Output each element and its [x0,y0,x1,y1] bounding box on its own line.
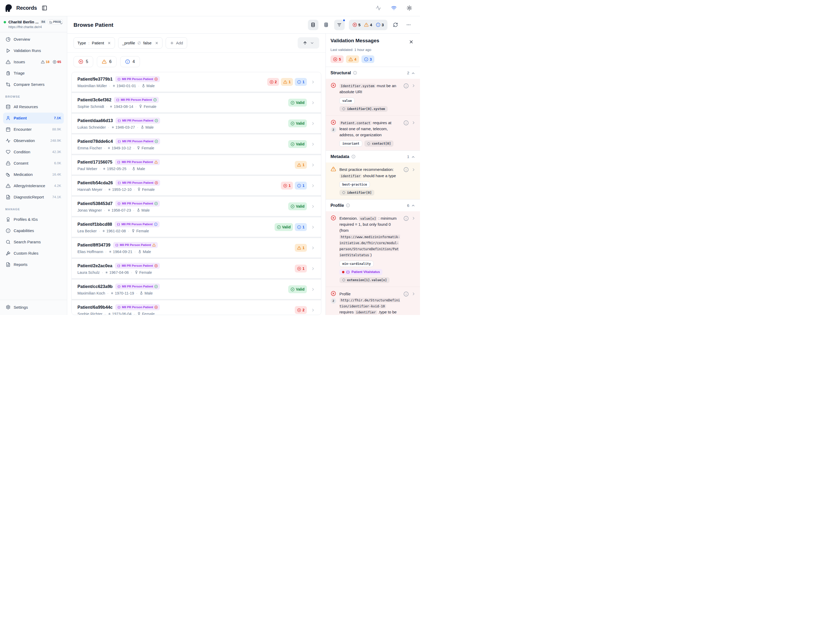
female-gender-icon [131,229,135,233]
sidebar-item-encounter[interactable]: Encounter88.9K [3,124,64,135]
validation-message[interactable]: Extension. value[x] : minimum required =… [326,211,420,287]
check-circle-icon [291,204,295,208]
patient-row[interactable]: Patient/f1bbcd88 {}MII PR Person Patient… [72,217,321,237]
info-circle-icon [353,71,357,75]
sidebar-item-validation-runs[interactable]: Validation Runs [3,45,64,56]
sidebar-item-allergyintolerance[interactable]: AllergyIntolerance4.2K [3,180,64,191]
remove-filter-icon[interactable] [107,41,111,45]
valid-badge: Valid [288,202,307,210]
error-count-badge: 1 [281,182,293,189]
filter-button[interactable] [334,20,345,30]
chevron-right-icon[interactable] [311,266,315,271]
chevron-up-icon[interactable] [411,203,415,208]
warning-triangle-icon [297,163,301,167]
validation-message[interactable]: 2 Profile http://fhir.de/StructureDefini… [326,287,420,315]
sidebar-item-patient[interactable]: Patient7.1K [3,113,64,124]
patient-row[interactable]: Patient/17156075 {}MII PR Person Patient… [72,155,321,175]
sidebar-toggle-button[interactable] [40,4,49,12]
chevron-up-icon[interactable] [411,70,415,75]
chevron-right-icon[interactable] [311,245,315,250]
patient-row[interactable]: Patient/538453d7 {}MII PR Person Patient… [72,197,321,216]
message-info-icon[interactable] [403,291,409,297]
patient-row[interactable]: Patient/9e3779b1 {}MII PR Person Patient… [72,72,321,92]
section-title: Profile [330,203,344,208]
filter-chip-profile[interactable]: _profile∅false [118,37,163,49]
message-info-icon[interactable] [403,167,409,172]
list-view-button[interactable] [308,20,318,30]
workspace-selector[interactable]: Charité Berlin ... R4 PROD https://fhir.… [0,16,67,32]
more-button[interactable] [403,20,414,30]
section-header[interactable]: Metadata 1 [326,150,420,163]
sidebar-item-all-resources[interactable]: All Resources [3,101,64,112]
sort-button[interactable] [298,37,319,49]
sidebar-item-settings[interactable]: Settings [3,302,64,313]
chevron-up-icon[interactable] [411,154,415,159]
message-info-icon[interactable] [403,216,409,221]
chevron-right-icon[interactable] [311,308,315,313]
sidebar-item-label: DiagnosticReport [14,195,49,199]
patient-row[interactable]: Patient/3c6ef362 {}MII PR Person Patient… [72,93,321,112]
result-stat-warning[interactable]: 6 [97,56,117,67]
refresh-button[interactable] [390,20,401,30]
chevron-right-icon[interactable] [411,291,416,296]
chevron-right-icon[interactable] [311,183,315,188]
sidebar-item-condition[interactable]: Condition42.3K [3,147,64,158]
section-header[interactable]: Profile 6 [326,199,420,211]
message-info-icon[interactable] [403,120,409,125]
topbar-actions [374,4,414,12]
patient-row[interactable]: Patient/2e2ac0ea {}MII PR Person Patient… [72,259,321,278]
plus-icon [170,41,174,45]
sidebar-item-triage[interactable]: Triage [3,68,64,79]
filter-chip-type[interactable]: Type:Patient [74,37,115,49]
message-info-icon[interactable] [403,83,409,88]
chevron-right-icon[interactable] [311,163,315,167]
chevron-up-icon [411,204,415,208]
chevron-right-icon[interactable] [411,167,416,172]
sidebar-item-reports[interactable]: Reports [3,259,64,270]
patient-dob: 1964-09-21 [113,249,132,254]
sidebar-item-diagnosticreport[interactable]: DiagnosticReport74.1K [3,192,64,203]
patient-id: Patient/17156075 [77,159,112,164]
sidebar-item-search-params[interactable]: Search Params [3,237,64,248]
validation-summary-group[interactable]: 543 [349,20,387,30]
patient-row[interactable]: Patient/cc623a9b {}MII PR Person Patient… [72,279,321,299]
sun-icon[interactable] [405,4,414,12]
section-header[interactable]: Structural 2 [326,67,420,79]
chevron-right-icon[interactable] [311,225,315,229]
sidebar-item-capabilities[interactable]: Capabilities [3,225,64,236]
chevron-right-icon[interactable] [411,216,416,221]
profile-badge: {}MII PR Person Patient [115,263,160,269]
validation-message[interactable]: Best practice recommendation: identifier… [326,163,420,199]
result-stat-error[interactable]: 5 [74,56,93,67]
patient-row[interactable]: Patient/b54cda26 {}MII PR Person Patient… [72,176,321,195]
sidebar-item-profiles-igs[interactable]: Profiles & IGs [3,214,64,225]
table-view-button[interactable] [321,20,332,30]
validation-message[interactable]: Identifier.system must be an absolute UR… [326,79,420,115]
chevron-right-icon[interactable] [311,100,315,105]
chevron-right-icon[interactable] [311,142,315,147]
chevron-right-icon[interactable] [411,120,416,125]
patient-row[interactable]: Patient/daa66d13 {}MII PR Person Patient… [72,114,321,133]
add-filter-button[interactable]: Add [166,37,187,49]
close-icon[interactable] [407,38,415,46]
patient-row[interactable]: Patient/6a99b44c {}MII PR Person Patient… [72,300,321,315]
chevron-right-icon[interactable] [311,204,315,209]
sidebar-item-observation[interactable]: Observation248.9K [3,135,64,146]
sidebar-item-custom-rules[interactable]: Custom Rules [3,248,64,259]
chevron-right-icon[interactable] [411,83,416,88]
sidebar-item-consent[interactable]: Consent6.0K [3,158,64,169]
sidebar-item-compare-servers[interactable]: Compare Servers [3,79,64,90]
patient-row[interactable]: Patient/78dde6c4 {}MII PR Person Patient… [72,134,321,154]
wifi-icon[interactable] [390,4,398,12]
chevron-right-icon[interactable] [311,79,315,84]
result-stat-info[interactable]: 4 [120,56,140,67]
activity-icon[interactable] [374,4,383,12]
remove-filter-icon[interactable] [155,41,159,45]
sidebar-item-issues[interactable]: Issues1865 [3,57,64,68]
sidebar-item-overview[interactable]: Overview [3,34,64,45]
chevron-right-icon[interactable] [311,287,315,292]
patient-row[interactable]: Patient/8ff34739 {}MII PR Person Patient… [72,238,321,257]
chevron-right-icon[interactable] [311,121,315,126]
sidebar-item-medication[interactable]: Medication16.4K [3,169,64,180]
validation-message[interactable]: 2 Patient.contact requires at least one … [326,115,420,151]
